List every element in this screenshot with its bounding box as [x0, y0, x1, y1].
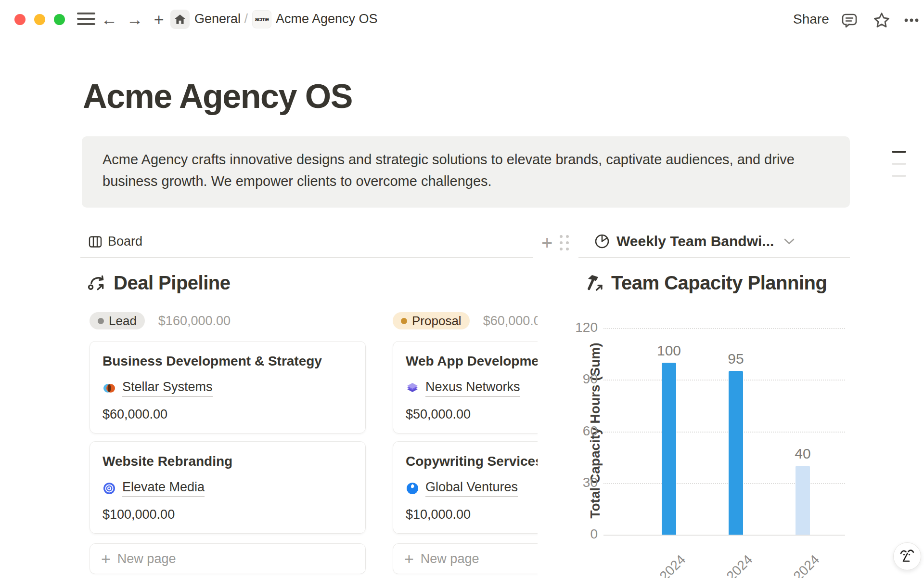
chart-y-tick-label: 0	[569, 526, 598, 542]
company-link[interactable]: Nexus Networks	[425, 380, 520, 397]
chevron-down-icon	[784, 238, 795, 245]
column-total: $60,000.0	[483, 314, 538, 328]
chart-plot-area: 030609012010021 20249528 202440Oct 5 202…	[578, 303, 850, 578]
minimize-window-button[interactable]	[34, 14, 45, 25]
elevate-media-logo	[103, 482, 116, 495]
new-page-icon[interactable]: ＋	[148, 9, 169, 30]
deal-card[interactable]: Website Rebranding Elevate Media $100,00…	[90, 441, 366, 534]
deal-pipeline-title: Deal Pipeline	[114, 272, 230, 294]
board-tab-label: Board	[108, 234, 142, 249]
notion-ai-button[interactable]	[893, 542, 921, 570]
ai-face-icon	[899, 547, 915, 565]
hammer-icon	[585, 273, 605, 293]
more-options-icon[interactable]	[901, 10, 922, 31]
chart-header-divider	[578, 257, 850, 258]
chart-bar[interactable]	[796, 466, 810, 535]
favorite-star-icon[interactable]	[871, 10, 892, 31]
comments-icon[interactable]	[839, 10, 860, 31]
chart-y-tick-label: 30	[569, 475, 598, 490]
chart-gridline	[603, 380, 845, 381]
chart-bar[interactable]	[662, 363, 676, 535]
stellar-systems-logo	[103, 381, 116, 395]
deal-card[interactable]: Copywriting Services Global Ventures $10…	[393, 441, 538, 534]
company-link[interactable]: Stellar Systems	[122, 380, 213, 397]
company-link[interactable]: Elevate Media	[122, 480, 205, 497]
add-block-icon[interactable]: +	[541, 232, 552, 254]
back-icon[interactable]: ←	[99, 9, 120, 30]
new-page-button[interactable]: + New page	[393, 543, 538, 574]
board-area: Lead $160,000.00 Business Development & …	[82, 303, 538, 578]
chart-bar[interactable]	[729, 371, 743, 535]
chart-y-tick-label: 120	[569, 320, 598, 335]
chart-data-label: 95	[717, 351, 755, 367]
pie-chart-icon	[594, 233, 610, 250]
drag-handle-icon[interactable]	[560, 235, 571, 252]
callout-block[interactable]: Acme Agency crafts innovative designs an…	[82, 136, 850, 208]
tab-board-view[interactable]: Board	[88, 234, 142, 249]
chart-gridline	[603, 328, 845, 329]
close-window-button[interactable]	[14, 14, 26, 25]
card-title: Website Rebranding	[103, 453, 353, 470]
board-view-icon	[88, 235, 103, 249]
chart-view-label: Weekly Team Bandwi...	[616, 233, 774, 250]
plus-icon: +	[101, 551, 111, 567]
card-title: Web App Development	[406, 353, 538, 370]
plus-icon: +	[404, 551, 414, 567]
chart-x-tick-label: 28 2024	[690, 552, 756, 578]
forward-icon[interactable]: →	[124, 9, 145, 30]
global-ventures-logo	[406, 482, 419, 495]
chart-data-label: 100	[650, 342, 688, 359]
home-button[interactable]	[170, 10, 190, 29]
team-capacity-chart: Total Capacity Hours (Sum) 0306090120100…	[578, 303, 850, 578]
zoom-window-button[interactable]	[54, 14, 65, 25]
column-total: $160,000.00	[158, 314, 231, 328]
chart-view-selector[interactable]: Weekly Team Bandwi...	[594, 233, 795, 250]
new-page-button[interactable]: + New page	[90, 543, 366, 574]
chart-data-label: 40	[783, 446, 822, 462]
page-icon: acme	[252, 10, 271, 28]
deal-card[interactable]: Business Development & Strategy Stellar …	[90, 341, 366, 434]
nexus-networks-logo	[406, 381, 419, 395]
card-title: Copywriting Services	[406, 453, 538, 470]
chart-x-tick-label: Oct 5 2024	[757, 552, 823, 578]
deal-card[interactable]: Web App Development Nexus Networks $50,0…	[393, 341, 538, 434]
team-capacity-heading[interactable]: Team Capacity Planning	[585, 272, 827, 294]
card-amount: $60,000.00	[103, 407, 353, 422]
team-capacity-title: Team Capacity Planning	[611, 272, 827, 294]
home-icon	[174, 13, 186, 26]
card-title: Business Development & Strategy	[103, 353, 353, 370]
breadcrumb-root[interactable]: General /	[194, 12, 248, 26]
breadcrumb-separator: /	[244, 12, 248, 26]
notion-window: ← → ＋ General / acme Acme Agency OS Shar…	[0, 0, 924, 578]
window-toolbar: ← → ＋ General / acme Acme Agency OS Shar…	[0, 0, 924, 34]
card-amount: $100,000.00	[103, 507, 353, 522]
card-amount: $10,000.00	[406, 507, 538, 522]
company-link[interactable]: Global Ventures	[425, 480, 518, 497]
share-button[interactable]: Share	[793, 12, 829, 27]
chart-y-tick-label: 60	[569, 423, 598, 439]
status-dot	[98, 318, 104, 324]
status-badge-proposal[interactable]: Proposal	[393, 312, 470, 329]
board-column-lead: Lead $160,000.00 Business Development & …	[82, 303, 366, 574]
board-column-proposal: Proposal $60,000.0 Web App Development N…	[385, 303, 538, 574]
chart-x-axis-line	[603, 535, 845, 536]
breadcrumb-page[interactable]: Acme Agency OS	[276, 12, 378, 26]
sidebar-menu-icon[interactable]	[77, 13, 95, 26]
deal-pipeline-heading[interactable]: Deal Pipeline	[87, 272, 230, 294]
page-title: Acme Agency OS	[83, 77, 352, 116]
board-header-divider	[80, 257, 533, 258]
status-dot	[401, 318, 407, 324]
chart-y-tick-label: 90	[569, 371, 598, 387]
chart-x-tick-label: 21 2024	[623, 552, 689, 578]
chart-gridline	[603, 432, 845, 433]
callout-text: Acme Agency crafts innovative designs an…	[103, 149, 824, 192]
linked-database-icon	[87, 273, 107, 293]
card-amount: $50,000.00	[406, 407, 538, 422]
status-badge-lead[interactable]: Lead	[90, 312, 145, 329]
